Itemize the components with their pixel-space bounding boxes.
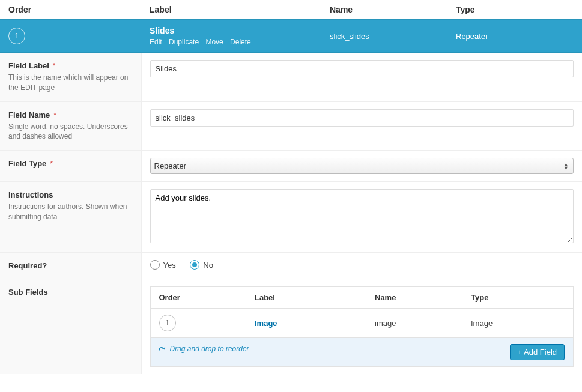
sub-order-badge: 1 (159, 315, 176, 331)
header-row: Order Label Name Type (0, 0, 582, 20)
radio-icon (150, 260, 160, 270)
setting-required: Required? Yes No (0, 253, 582, 279)
action-move[interactable]: Move (205, 38, 223, 46)
required-radio-no[interactable]: No (190, 260, 213, 270)
fields-table: Order Label Name Type 1 Slides Edit Dupl… (0, 0, 582, 374)
setting-field-name-title: Field Name (8, 110, 50, 119)
sub-header-name: Name (366, 287, 462, 309)
required-yes-label: Yes (163, 261, 176, 270)
header-type: Type (447, 0, 582, 20)
row-actions: Edit Duplicate Move Delete (150, 38, 313, 46)
setting-field-name: Field Name * Single word, no spaces. Und… (0, 101, 582, 151)
field-row-slides[interactable]: 1 Slides Edit Duplicate Move Delete slic… (0, 20, 582, 53)
sub-fields-header-row: Order Label Name Type (150, 287, 574, 309)
sub-field-row[interactable]: 1 Image image Image (150, 309, 574, 338)
sub-header-order: Order (150, 287, 246, 309)
required-radio-group: Yes No (150, 260, 574, 271)
sub-fields-footer: ↶ Drag and drop to reorder + Add Field (150, 338, 574, 367)
row-order-badge: 1 (8, 28, 25, 44)
field-type-select[interactable]: Repeater (150, 158, 574, 174)
sub-fields-table: Order Label Name Type 1 Image image Imag… (150, 286, 574, 367)
required-star-icon: * (53, 61, 56, 70)
header-label: Label (141, 0, 321, 20)
sub-field-type: Image (462, 309, 574, 338)
row-label-title: Slides (150, 26, 313, 35)
row-type: Repeater (447, 20, 582, 53)
setting-instructions: Instructions Instructions for authors. S… (0, 182, 582, 253)
reorder-hint-text: Drag and drop to reorder (170, 345, 249, 353)
required-radio-yes[interactable]: Yes (150, 260, 176, 270)
required-no-label: No (203, 261, 213, 270)
setting-field-type-title: Field Type (8, 159, 46, 168)
setting-required-title: Required? (8, 261, 47, 270)
action-delete[interactable]: Delete (230, 38, 251, 46)
sub-field-name: image (366, 309, 462, 338)
setting-field-label: Field Label * This is the name which wil… (0, 53, 582, 102)
row-name: slick_slides (321, 20, 447, 53)
action-duplicate[interactable]: Duplicate (169, 38, 199, 46)
required-star-icon: * (53, 110, 56, 119)
sub-field-label-link[interactable]: Image (255, 319, 277, 328)
instructions-textarea[interactable]: Add your slides. (150, 189, 574, 243)
setting-field-label-title: Field Label (8, 61, 49, 70)
header-name: Name (321, 0, 447, 20)
field-label-input[interactable] (150, 60, 574, 77)
radio-icon (190, 260, 199, 270)
sub-header-type: Type (462, 287, 574, 309)
setting-sub-fields-title: Sub Fields (8, 288, 48, 297)
sub-header-label: Label (246, 287, 366, 309)
action-edit[interactable]: Edit (150, 38, 162, 46)
setting-field-label-desc: This is the name which will appear on th… (8, 73, 133, 93)
setting-field-type: Field Type * Repeater ▲▼ (0, 151, 582, 182)
required-star-icon: * (50, 159, 53, 168)
field-name-input[interactable] (150, 109, 574, 127)
header-order: Order (0, 0, 141, 20)
setting-instructions-desc: Instructions for authors. Shown when sub… (8, 202, 133, 222)
reorder-hint: ↶ Drag and drop to reorder (159, 344, 249, 354)
setting-instructions-title: Instructions (8, 190, 53, 199)
setting-field-name-desc: Single word, no spaces. Underscores and … (8, 122, 133, 142)
curve-arrow-icon: ↶ (157, 343, 168, 355)
field-type-select-wrap: Repeater ▲▼ (150, 158, 574, 174)
add-field-button[interactable]: + Add Field (510, 344, 565, 360)
setting-sub-fields: Sub Fields Order Label Name Type (0, 279, 582, 375)
